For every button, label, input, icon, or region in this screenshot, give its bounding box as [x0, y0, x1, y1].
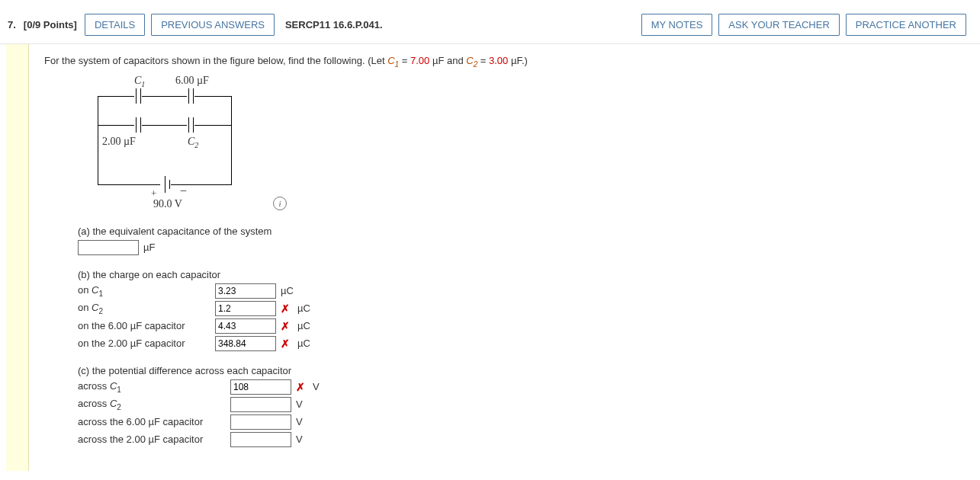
- part-a-input[interactable]: [78, 240, 139, 255]
- practice-another-button[interactable]: PRACTICE ANOTHER: [846, 14, 966, 36]
- battery-minus: −: [180, 184, 187, 198]
- part-a-title: (a) the equivalent capacitance of the sy…: [78, 226, 612, 237]
- part-a: (a) the equivalent capacitance of the sy…: [78, 226, 612, 255]
- question-number: 7.: [8, 19, 16, 30]
- answer-input[interactable]: [215, 283, 276, 299]
- answer-row: across C2V: [78, 397, 612, 412]
- row-label: on the 6.00 µF capacitor: [78, 320, 215, 331]
- answer-input[interactable]: [215, 301, 276, 316]
- var-c2: C2: [466, 55, 477, 66]
- unit-label: µC: [297, 320, 310, 331]
- unit-label: µC: [297, 302, 310, 314]
- answer-input[interactable]: [215, 318, 276, 334]
- stem-text: For the system of capacitors shown in th…: [44, 55, 387, 66]
- circuit-c2-label: C2: [188, 136, 198, 149]
- ask-teacher-button[interactable]: ASK YOUR TEACHER: [718, 14, 839, 36]
- circuit-c1-label: C1: [134, 75, 145, 88]
- wrong-mark-icon: ✗: [281, 320, 290, 332]
- wrong-mark-icon: ✗: [296, 381, 305, 393]
- part-a-unit: µF: [143, 242, 155, 253]
- circuit-2uf-label: 2.00 µF: [102, 136, 136, 148]
- unit-label: V: [296, 434, 303, 445]
- answer-input[interactable]: [230, 379, 291, 395]
- question-body: For the system of capacitors shown in th…: [29, 44, 980, 471]
- question-header: 7. [0/9 Points] DETAILS PREVIOUS ANSWERS…: [0, 0, 980, 44]
- previous-answers-button[interactable]: PREVIOUS ANSWERS: [151, 14, 275, 36]
- circuit-6uf-label: 6.00 µF: [175, 75, 209, 87]
- unit-label: V: [296, 398, 303, 410]
- question-reference: SERCP11 16.6.P.041.: [285, 19, 641, 30]
- row-label: across C1: [78, 380, 230, 394]
- part-c: (c) the potential difference across each…: [78, 365, 612, 447]
- wrong-mark-icon: ✗: [281, 338, 290, 350]
- my-notes-button[interactable]: MY NOTES: [641, 14, 713, 36]
- wrong-mark-icon: ✗: [281, 302, 290, 315]
- val-c2: 3.00: [489, 55, 508, 66]
- answer-row: across the 2.00 µF capacitorV: [78, 432, 612, 447]
- question-points: [0/9 Points]: [24, 19, 77, 30]
- unit-label: V: [296, 416, 303, 427]
- answer-row: across the 6.00 µF capacitorV: [78, 414, 612, 430]
- unit-label: µC: [281, 285, 294, 296]
- answer-row: on the 2.00 µF capacitor✗µC: [78, 336, 612, 351]
- part-b-title: (b) the charge on each capacitor: [78, 269, 612, 280]
- question-stem: For the system of capacitors shown in th…: [44, 55, 965, 69]
- details-button[interactable]: DETAILS: [85, 14, 145, 36]
- answer-row: on C2✗µC: [78, 301, 612, 316]
- part-b: (b) the charge on each capacitor on C1µC…: [78, 269, 612, 351]
- answer-input[interactable]: [230, 397, 291, 412]
- row-label: on C2: [78, 302, 215, 315]
- part-c-title: (c) the potential difference across each…: [78, 365, 612, 376]
- info-icon[interactable]: i: [273, 197, 287, 210]
- collapsed-sidebar[interactable]: [6, 44, 29, 471]
- right-buttons: MY NOTES ASK YOUR TEACHER PRACTICE ANOTH…: [641, 14, 972, 36]
- answer-input[interactable]: [215, 336, 276, 351]
- unit-label: V: [313, 381, 320, 392]
- answer-row: on C1µC: [78, 283, 612, 299]
- row-label: across the 2.00 µF capacitor: [78, 434, 230, 445]
- unit-label: µC: [297, 338, 310, 349]
- answer-row: on the 6.00 µF capacitor✗µC: [78, 318, 612, 334]
- row-label: across C2: [78, 398, 230, 411]
- var-c1: C1: [387, 55, 399, 66]
- row-label: across the 6.00 µF capacitor: [78, 416, 230, 427]
- val-c1: 7.00: [410, 55, 429, 66]
- answer-input[interactable]: [230, 414, 291, 430]
- battery-voltage: 90.0 V: [153, 198, 182, 210]
- answer-row: across C1✗V: [78, 379, 612, 395]
- circuit-diagram: C1 6.00 µF 2.00 µF C2 + − 90.0 V: [75, 75, 273, 212]
- row-label: on C1: [78, 284, 215, 298]
- row-label: on the 2.00 µF capacitor: [78, 338, 215, 349]
- answer-input[interactable]: [230, 432, 291, 447]
